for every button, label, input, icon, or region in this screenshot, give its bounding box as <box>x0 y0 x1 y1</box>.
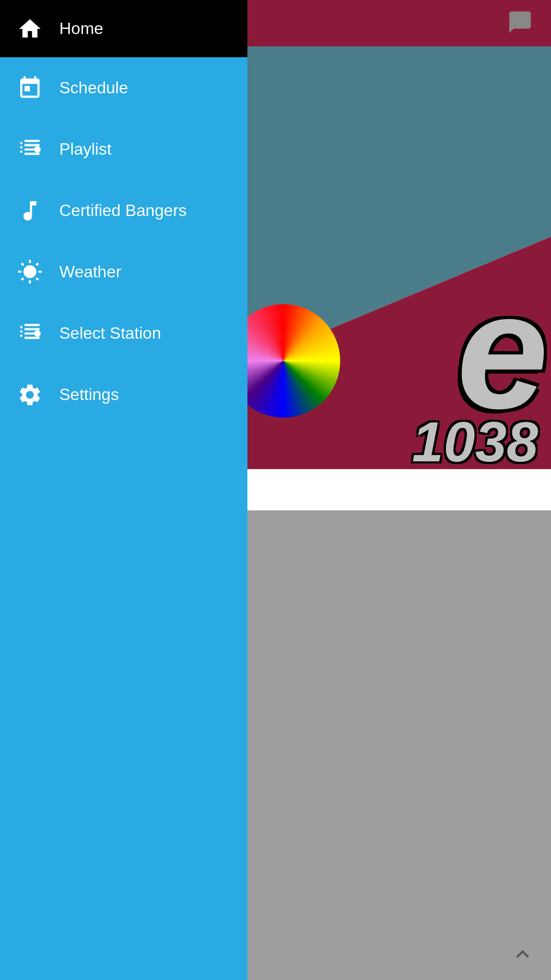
sidebar-item-settings[interactable]: Settings <box>0 364 247 425</box>
settings-label: Settings <box>59 385 119 404</box>
select-station-label: Select Station <box>59 324 161 343</box>
weather-icon <box>15 258 44 286</box>
schedule-label: Schedule <box>59 78 128 97</box>
sidebar-item-certified-bangers[interactable]: Certified Bangers <box>0 180 247 241</box>
station-logo-area: e 1038 <box>247 46 551 469</box>
home-label: Home <box>59 19 103 38</box>
sidebar-item-home[interactable]: Home <box>0 0 247 57</box>
settings-icon <box>15 380 44 409</box>
logo-number: 1038 <box>412 409 538 469</box>
playlist-icon <box>15 135 44 163</box>
weather-label: Weather <box>59 262 121 281</box>
scroll-up-button[interactable] <box>507 939 538 970</box>
sidebar-item-schedule[interactable]: Schedule <box>0 57 247 119</box>
home-icon <box>15 14 44 43</box>
top-bar <box>247 0 551 46</box>
music-icon <box>15 196 44 225</box>
sidebar-item-select-station[interactable]: Select Station <box>0 303 247 364</box>
chat-button[interactable] <box>507 9 533 37</box>
certified-bangers-label: Certified Bangers <box>59 201 187 220</box>
grey-content-area <box>247 510 551 980</box>
logo-letter: e <box>457 268 548 433</box>
playlist-label: Playlist <box>59 140 111 159</box>
sidebar-item-weather[interactable]: Weather <box>0 241 247 303</box>
sidebar-item-playlist[interactable]: Playlist <box>0 119 247 180</box>
schedule-icon <box>15 74 44 102</box>
select-station-icon <box>15 319 44 347</box>
sidebar: Home Schedule Playlist Certified Bangers <box>0 0 247 980</box>
